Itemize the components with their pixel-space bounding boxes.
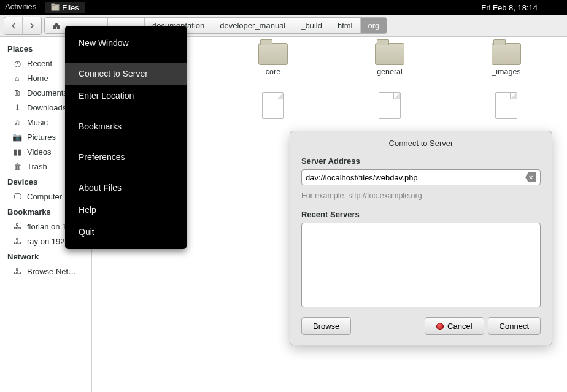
network-heading: Network	[0, 248, 91, 264]
computer-icon: 🖵	[12, 191, 22, 201]
dialog-title: Connect to Server	[301, 139, 541, 156]
files-app-icon	[51, 3, 60, 12]
address-hint: For example, sftp://foo.example.org	[301, 191, 541, 200]
document-icon	[262, 92, 284, 119]
cancel-button[interactable]: Cancel	[425, 317, 484, 335]
menu-preferences[interactable]: Preferences	[65, 146, 187, 168]
back-button[interactable]	[4, 17, 23, 34]
menu-about[interactable]: About Files	[65, 177, 187, 199]
menu-new-window[interactable]: New Window	[65, 32, 187, 54]
trash-icon: 🗑	[12, 161, 22, 171]
menu-quit[interactable]: Quit	[65, 221, 187, 243]
connect-to-server-dialog: Connect to Server Server Address ✕ For e…	[290, 131, 552, 345]
folder-icon	[258, 43, 288, 65]
nav-buttons	[4, 17, 42, 35]
svg-rect-0	[52, 5, 59, 11]
folder-core[interactable]: core	[215, 43, 331, 92]
crumb-html[interactable]: html	[330, 18, 361, 33]
clock[interactable]: Fri Feb 8, 18:14	[481, 3, 538, 12]
document-icon	[495, 92, 517, 119]
connect-button[interactable]: Connect	[488, 317, 541, 335]
network-icon: 🖧	[12, 266, 22, 276]
clock-icon: ◷	[12, 58, 22, 68]
server-address-field[interactable]: ✕	[301, 169, 541, 185]
menu-enter-location[interactable]: Enter Location	[65, 85, 187, 107]
activities-button[interactable]: Activities	[5, 2, 36, 13]
folder-general[interactable]: general	[331, 43, 448, 92]
menu-bookmarks[interactable]: Bookmarks	[65, 115, 187, 137]
server-address-input[interactable]	[306, 173, 525, 182]
app-menu-files[interactable]: Files	[45, 2, 85, 13]
crumb-developer-manual[interactable]: developer_manual	[212, 18, 293, 33]
crumb-build[interactable]: _build	[293, 18, 330, 33]
home-icon	[52, 21, 61, 30]
app-menu: New Window Connect to Server Enter Locat…	[65, 26, 187, 249]
clear-icon[interactable]: ✕	[525, 172, 536, 182]
recent-servers-label: Recent Servers	[301, 210, 541, 219]
folder-images[interactable]: _images	[448, 43, 565, 92]
document-icon: 🗎	[12, 88, 22, 98]
chevron-right-icon	[29, 23, 35, 29]
recent-servers-list[interactable]	[301, 223, 541, 307]
browse-button[interactable]: Browse	[301, 317, 351, 335]
camera-icon: 📷	[12, 132, 22, 142]
home-icon: ⌂	[12, 73, 22, 83]
menu-help[interactable]: Help	[65, 199, 187, 221]
top-bar: Activities Files Fri Feb 8, 18:14	[0, 0, 567, 15]
music-icon: ♫	[12, 117, 22, 127]
forward-button[interactable]	[23, 17, 41, 34]
document-icon	[379, 92, 401, 119]
folder-icon	[492, 43, 521, 65]
stop-icon	[436, 323, 444, 330]
server-address-label: Server Address	[301, 156, 541, 166]
sidebar-item-browse-network[interactable]: 🖧Browse Net…	[0, 264, 91, 279]
network-drive-icon: 🖧	[12, 236, 22, 246]
video-icon: ▮▮	[12, 147, 22, 156]
download-icon: ⬇	[12, 102, 22, 112]
folder-icon	[375, 43, 404, 65]
svg-rect-1	[52, 4, 55, 6]
chevron-left-icon	[10, 23, 17, 29]
menu-connect-to-server[interactable]: Connect to Server	[65, 63, 187, 85]
network-drive-icon: 🖧	[12, 221, 22, 231]
crumb-org[interactable]: org	[361, 18, 387, 33]
